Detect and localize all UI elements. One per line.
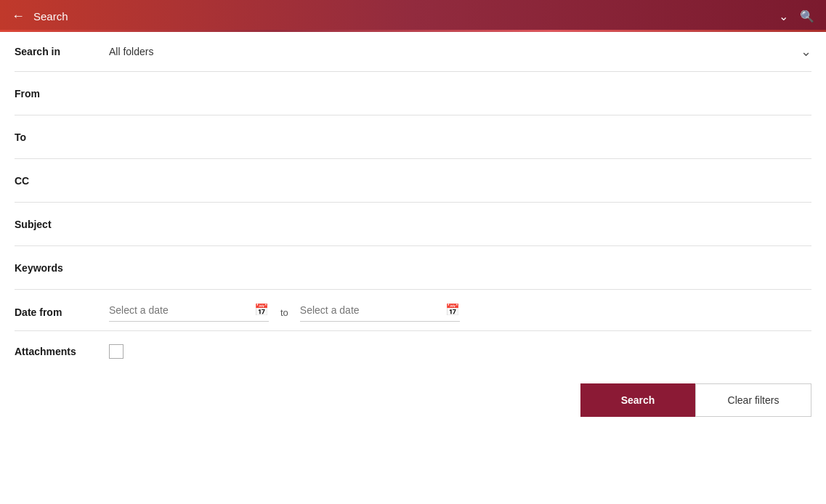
to-label: To — [15, 129, 109, 143]
footer-actions: Search Clear filters — [15, 375, 811, 417]
top-bar: ← Search ⌄ 🔍 — [0, 0, 826, 32]
subject-row: Subject — [15, 203, 811, 246]
subject-input[interactable] — [109, 216, 811, 233]
date-start-input[interactable] — [109, 304, 254, 316]
page-title: Search — [33, 10, 779, 23]
to-input[interactable] — [109, 129, 811, 146]
from-label: From — [15, 85, 109, 99]
search-in-label: Search in — [15, 46, 109, 57]
from-row: From — [15, 72, 811, 115]
search-in-select[interactable]: All folders ⌄ — [109, 44, 811, 60]
date-start-wrap: 📅 — [109, 303, 269, 322]
search-icon[interactable]: 🔍 — [800, 9, 814, 23]
calendar-end-icon[interactable]: 📅 — [445, 303, 460, 317]
search-button[interactable]: Search — [580, 383, 695, 417]
chevron-down-icon[interactable]: ⌄ — [779, 9, 788, 23]
cc-label: CC — [15, 172, 109, 187]
back-icon[interactable]: ← — [12, 9, 25, 24]
to-row: To — [15, 115, 811, 159]
calendar-start-icon[interactable]: 📅 — [254, 303, 269, 317]
date-from-label: Date from — [15, 306, 109, 318]
date-separator: to — [280, 307, 288, 318]
clear-filters-button[interactable]: Clear filters — [695, 383, 811, 417]
keywords-input[interactable] — [109, 259, 811, 277]
subject-label: Subject — [15, 216, 109, 230]
attachments-row: Attachments — [15, 331, 811, 367]
attachments-label: Attachments — [15, 346, 109, 357]
cc-row: CC — [15, 159, 811, 203]
attachments-checkbox[interactable] — [109, 344, 124, 359]
keywords-label: Keywords — [15, 259, 109, 274]
chevron-down-icon: ⌄ — [801, 44, 811, 60]
date-end-wrap: 📅 — [300, 303, 460, 322]
from-input[interactable] — [109, 85, 811, 102]
search-in-value: All folders — [109, 46, 153, 57]
date-from-row: Date from 📅 to 📅 — [15, 290, 811, 331]
keywords-row: Keywords — [15, 246, 811, 290]
search-in-row: Search in All folders ⌄ — [15, 32, 811, 72]
cc-input[interactable] — [109, 172, 811, 190]
date-end-input[interactable] — [300, 304, 445, 316]
